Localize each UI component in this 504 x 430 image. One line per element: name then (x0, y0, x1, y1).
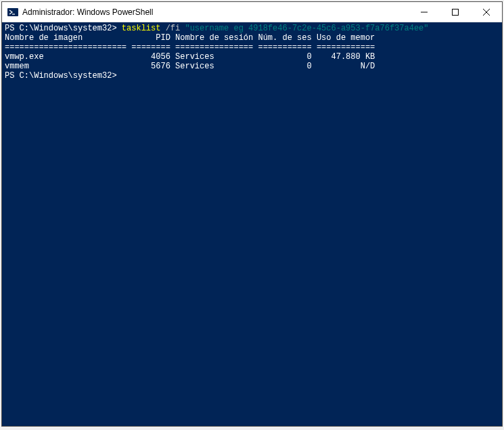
minimize-button[interactable] (409, 2, 440, 22)
maximize-button[interactable] (440, 2, 471, 22)
prompt-path: PS C:\Windows\system32> (5, 24, 122, 33)
table-divider: ========================= ======== =====… (5, 43, 499, 52)
close-button[interactable] (471, 2, 502, 22)
command: tasklist (122, 24, 166, 33)
svg-rect-3 (453, 9, 459, 15)
window-controls (409, 2, 502, 22)
command-arg: /fi (166, 24, 185, 33)
powershell-window: Administrador: Windows PowerShell PS C:\… (1, 1, 503, 427)
filter-string: "username eg 4918fe46-7c2e-45c6-a953-f7a… (185, 24, 428, 33)
table-header: Nombre de imagen PID Nombre de sesión Nú… (5, 33, 499, 43)
table-row: vmmem 5676 Services 0 N/D (5, 62, 499, 71)
powershell-icon (7, 7, 18, 18)
prompt-path: PS C:\Windows\system32> (5, 71, 122, 81)
terminal-output[interactable]: PS C:\Windows\system32> tasklist /fi "us… (2, 22, 502, 426)
window-title: Administrador: Windows PowerShell (22, 7, 409, 17)
titlebar[interactable]: Administrador: Windows PowerShell (2, 2, 502, 22)
table-row: vmwp.exe 4056 Services 0 47.880 KB (5, 52, 499, 62)
